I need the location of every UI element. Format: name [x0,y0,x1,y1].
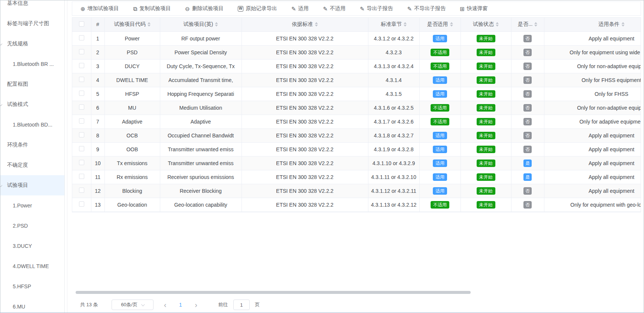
sort-desc-icon[interactable] [622,25,625,27]
sidebar-item[interactable]: 环境条件 [0,135,64,155]
sort-desc-icon[interactable] [534,25,537,27]
toolbar-button[interactable]: ✎ 不导出子报告 [407,5,446,12]
condition-cell: Apply all equipment [544,184,641,198]
table-row[interactable]: 6 MU Medium Utilisation ETSI EN 300 328 … [72,101,641,115]
sort-desc-icon[interactable] [215,25,218,27]
sidebar-item[interactable]: 配置框图 [0,74,64,94]
goto-page-input[interactable]: 1 [233,300,250,310]
sort-desc-icon[interactable] [496,25,499,27]
row-checkbox[interactable] [79,63,84,68]
sidebar-item[interactable]: 6.MU [0,297,64,313]
flag-cell: 否 [511,184,544,198]
toolbar-button[interactable]: ⧉ 复制试验项目 [133,5,171,12]
sidebar-item[interactable]: 1.Power [0,195,64,216]
table-row[interactable]: 2 PSD Power Special Density ETSI EN 300 … [72,45,641,59]
status-cell: 未开始 [461,115,511,128]
column-header[interactable]: 试验状态 [461,18,511,31]
sidebar-item[interactable]: 5.HFSP [0,276,64,297]
row-checkbox[interactable] [79,132,84,137]
clause-cell: 4.3.1.9 or 4.3.2.8 [368,142,419,156]
sort-asc-icon[interactable] [534,22,537,24]
table-row[interactable]: 7 Adaptive Adaptive ETSI EN 300 328 V2.2… [72,115,641,128]
table-row[interactable]: 8 OCB Occupied Channel Bandwidt ETSI EN … [72,128,641,142]
sidebar-item[interactable]: 标签与端子尺寸图 [0,13,64,34]
toolbar-button[interactable]: W 原始记录导出 [238,5,277,12]
expand-caret-icon[interactable] [0,42,2,45]
row-checkbox[interactable] [79,188,84,193]
applicable-cell: 不适用 [419,115,461,128]
sidebar-item[interactable]: 无线规格 [0,34,64,54]
table-row[interactable]: 12 Blocking Receiver Blocking ETSI EN 30… [72,184,641,198]
toolbar-button[interactable]: ⊕ 增加试验项目 [80,5,119,12]
row-checkbox[interactable] [79,104,84,110]
column-header[interactable]: 试验项目代码 [104,18,160,31]
table-row[interactable]: 1 Power RF output power ETSI EN 300 328 … [72,31,641,45]
row-checkbox[interactable] [79,35,84,40]
item-code-cell: OCB [104,128,160,142]
horizontal-scrollbar-thumb[interactable] [76,291,471,294]
sort-desc-icon[interactable] [404,25,407,27]
table-row[interactable]: 13 Geo-location Geo-location capability … [72,198,641,212]
sort-asc-icon[interactable] [450,22,453,24]
sidebar-item[interactable]: 基本信息 [0,0,64,13]
item-name-en-cell: Accumulated Transmit time, [160,73,242,87]
table-row[interactable]: 9 OOB Transmitter unwanted emiss ETSI EN… [72,142,641,156]
prev-page-button[interactable]: ‹ [159,301,172,309]
condition-cell: Apply all equipment [544,156,641,170]
item-code-cell: Geo-location [104,198,160,212]
item-name-en-cell: Duty Cycle, Tx-Sequence, Tx [160,59,242,73]
row-checkbox[interactable] [79,118,84,124]
current-page-number[interactable]: 1 [177,302,184,308]
toolbar-button[interactable]: ⊖ 删除试验项目 [185,5,224,12]
sort-asc-icon[interactable] [622,22,625,24]
sort-asc-icon[interactable] [148,22,151,24]
column-header[interactable]: 依据标准 [242,18,368,31]
toolbar-button[interactable]: ⊞ 快速弹窗 [460,5,488,12]
column-header[interactable]: 是否... [511,18,544,31]
table-row[interactable]: 11 Rx emissions Receiver spurious emissi… [72,170,641,184]
row-checkbox[interactable] [79,77,84,82]
sort-asc-icon[interactable] [404,22,407,24]
row-checkbox[interactable] [79,91,84,96]
flag-badge: 否 [523,35,532,42]
next-page-button[interactable]: › [189,301,203,309]
row-checkbox[interactable] [79,201,84,207]
sort-asc-icon[interactable] [315,22,318,24]
sort-desc-icon[interactable] [315,25,318,27]
sidebar-item[interactable]: 试验项目 [0,175,64,195]
row-checkbox[interactable] [79,174,84,179]
column-header[interactable]: 是否适用 [419,18,461,31]
sidebar-item[interactable]: 4.DWELL TIME [0,256,64,276]
sidebar-item[interactable]: 1.Bluetooth BD... [0,115,64,135]
column-header[interactable]: 标准章节 [368,18,419,31]
toolbar-button[interactable]: ✎ 不适用 [323,5,346,12]
toolbar-button[interactable]: ✎ 导出子报告 [360,5,393,12]
column-header[interactable]: # [91,18,104,31]
column-header[interactable]: 试验项目(英) [160,18,242,31]
sidebar-item[interactable]: 1.Bluetooth BR ... [0,54,64,74]
expand-caret-icon[interactable] [0,103,2,106]
row-checkbox[interactable] [79,146,84,151]
table-row[interactable]: 4 DWELL TIME Accumulated Transmit time, … [72,73,641,87]
select-all-checkbox[interactable] [79,21,84,27]
sort-asc-icon[interactable] [496,22,499,24]
sidebar-item[interactable]: 2.PSD [0,216,64,236]
toolbar-button[interactable]: ✎ 适用 [291,5,309,12]
page-size-select[interactable]: 60条/页 [112,300,154,310]
column-header[interactable]: 适用条件 [544,18,641,31]
row-checkbox[interactable] [79,49,84,54]
row-checkbox[interactable] [79,160,84,165]
sort-desc-icon[interactable] [450,25,453,27]
sort-asc-icon[interactable] [215,22,218,24]
applicable-cell: 适用 [419,31,461,45]
sidebar-item[interactable]: 不确定度 [0,155,64,175]
condition-cell: Only for FHSS [544,87,641,101]
sidebar-item[interactable]: 3.DUCY [0,236,64,256]
expand-caret-icon[interactable] [0,184,2,187]
table-row[interactable]: 3 DUCY Duty Cycle, Tx-Sequence, Tx ETSI … [72,59,641,73]
sidebar-item[interactable]: 试验模式 [0,94,64,115]
status-cell: 未开始 [461,142,511,156]
sort-desc-icon[interactable] [148,25,151,27]
table-row[interactable]: 10 Tx emissions Transmitter unwanted emi… [72,156,641,170]
table-row[interactable]: 5 HFSP Hopping Frequency Separati ETSI E… [72,87,641,101]
